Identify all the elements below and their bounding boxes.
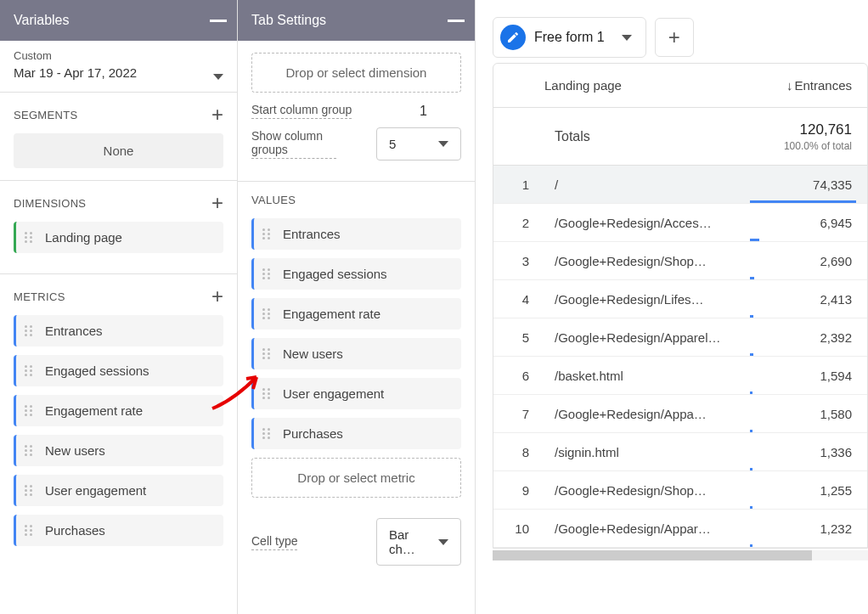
dimension-header[interactable]: Landing page (544, 78, 757, 93)
row-value: 1,336 (757, 445, 867, 459)
row-index: 3 (493, 254, 544, 268)
cell-type-select[interactable]: Bar ch… (376, 518, 461, 566)
metric-chip[interactable]: User engagement (14, 475, 223, 506)
chip-label: Purchases (45, 523, 105, 538)
value-chip[interactable]: New users (251, 338, 461, 369)
table-row[interactable]: 2 /Google+Redesign/Acces… 6,945 (493, 204, 867, 242)
row-page: /Google+Redesign/Appa… (544, 407, 757, 421)
value-chip[interactable]: Engagement rate (251, 298, 461, 330)
dimension-chip[interactable]: Landing page (14, 222, 223, 253)
drag-handle-icon[interactable] (25, 405, 37, 416)
collapse-icon[interactable] (448, 20, 465, 22)
chip-label: New users (45, 443, 105, 458)
chip-label: New users (283, 346, 343, 361)
exploration-tab[interactable]: Free form 1 (493, 17, 646, 58)
drop-dimension-zone[interactable]: Drop or select dimension (251, 53, 461, 93)
chip-label: Entrances (283, 227, 341, 241)
date-range-picker[interactable]: Custom Mar 19 - Apr 17, 2022 (0, 41, 237, 93)
drag-handle-icon[interactable] (262, 348, 274, 359)
table-row[interactable]: 7 /Google+Redesign/Appa… 1,580 (493, 395, 867, 433)
drag-handle-icon[interactable] (262, 308, 274, 319)
cell-type-value: Bar ch… (389, 527, 438, 556)
start-column-value[interactable]: 1 (420, 104, 427, 119)
chevron-down-icon[interactable] (622, 35, 632, 41)
drag-handle-icon[interactable] (262, 268, 274, 279)
variables-header[interactable]: Variables (0, 0, 237, 41)
drag-handle-icon[interactable] (25, 525, 37, 536)
edit-icon[interactable] (500, 25, 526, 50)
table-row[interactable]: 1 / 74,335 (493, 166, 867, 204)
date-range-text: Mar 19 - Apr 17, 2022 (14, 65, 137, 80)
drag-handle-icon[interactable] (262, 428, 274, 439)
bar-indicator (750, 277, 754, 279)
cell-type-label: Cell type (251, 534, 297, 550)
segments-none[interactable]: None (14, 133, 223, 168)
exploration-canvas: Free form 1 + Landing page Entrances Tot… (476, 0, 868, 614)
tab-name: Free form 1 (534, 30, 605, 45)
drag-handle-icon[interactable] (262, 228, 274, 239)
drag-handle-icon[interactable] (25, 232, 37, 243)
drag-handle-icon[interactable] (25, 365, 37, 376)
table-row[interactable]: 4 /Google+Redesign/Lifes… 2,413 (493, 280, 867, 318)
drag-handle-icon[interactable] (25, 325, 37, 336)
table-row[interactable]: 6 /basket.html 1,594 (493, 357, 867, 395)
metric-header[interactable]: Entrances (757, 78, 867, 93)
table-row[interactable]: 10 /Google+Redesign/Appar… 1,232 (493, 510, 867, 548)
row-value: 1,255 (757, 483, 867, 498)
value-chip[interactable]: User engagement (251, 378, 461, 409)
bar-indicator (750, 239, 759, 241)
metrics-section: METRICS EntrancesEngaged sessionsEngagem… (0, 274, 237, 566)
bar-indicator (750, 430, 752, 432)
show-column-select[interactable]: 5 (376, 127, 461, 161)
row-index: 4 (493, 292, 544, 307)
columns-section: Drop or select dimension Start column gr… (238, 41, 475, 182)
bar-indicator (750, 200, 856, 203)
row-value: 6,945 (757, 216, 867, 230)
table-row[interactable]: 9 /Google+Redesign/Shop… 1,255 (493, 471, 867, 510)
chip-label: Engaged sessions (283, 267, 387, 281)
drop-metric-zone[interactable]: Drop or select metric (251, 458, 461, 498)
metric-chip[interactable]: Entrances (14, 315, 223, 346)
metrics-title: METRICS (14, 290, 65, 303)
variables-panel: Variables Custom Mar 19 - Apr 17, 2022 S… (0, 0, 238, 614)
dimensions-section: DIMENSIONS Landing page (0, 181, 237, 274)
value-chip[interactable]: Purchases (251, 418, 461, 449)
add-segment-icon[interactable] (211, 104, 223, 125)
table-row[interactable]: 5 /Google+Redesign/Apparel… 2,392 (493, 318, 867, 357)
row-page: /Google+Redesign/Apparel… (544, 330, 757, 345)
table-row[interactable]: 8 /signin.html 1,336 (493, 433, 867, 471)
metric-chip[interactable]: Engaged sessions (14, 355, 223, 386)
tab-settings-title: Tab Settings (251, 13, 326, 28)
drag-handle-icon[interactable] (25, 445, 37, 456)
variables-title: Variables (14, 13, 70, 28)
totals-label: Totals (544, 129, 757, 144)
metric-chip[interactable]: Purchases (14, 515, 223, 546)
value-chip[interactable]: Entrances (251, 218, 461, 250)
add-tab-button[interactable]: + (655, 18, 694, 57)
date-label: Custom (14, 49, 137, 62)
metric-chip[interactable]: New users (14, 435, 223, 466)
scrollbar-thumb[interactable] (493, 550, 812, 560)
drag-handle-icon[interactable] (25, 485, 37, 496)
collapse-icon[interactable] (210, 20, 227, 22)
row-index: 5 (493, 330, 544, 345)
horizontal-scrollbar[interactable] (493, 550, 868, 560)
row-value: 1,594 (757, 369, 867, 383)
bar-indicator (750, 391, 752, 394)
value-chip[interactable]: Engaged sessions (251, 258, 461, 290)
bar-indicator (750, 544, 752, 547)
row-page: /Google+Redesign/Lifes… (544, 292, 757, 307)
chip-label: User engagement (283, 386, 384, 401)
totals-row: Totals 120,761 100.0% of total (493, 108, 867, 166)
row-page: /Google+Redesign/Shop… (544, 483, 757, 498)
metric-chip[interactable]: Engagement rate (14, 395, 223, 426)
add-metric-icon[interactable] (211, 286, 223, 307)
row-index: 8 (493, 445, 544, 459)
add-dimension-icon[interactable] (211, 193, 223, 213)
table-row[interactable]: 3 /Google+Redesign/Shop… 2,690 (493, 242, 867, 280)
segments-section: SEGMENTS None (0, 93, 237, 181)
tab-settings-header[interactable]: Tab Settings (238, 0, 475, 41)
values-section: VALUES EntrancesEngaged sessionsEngageme… (238, 182, 475, 586)
drag-handle-icon[interactable] (262, 388, 274, 399)
row-value: 1,580 (757, 407, 867, 421)
